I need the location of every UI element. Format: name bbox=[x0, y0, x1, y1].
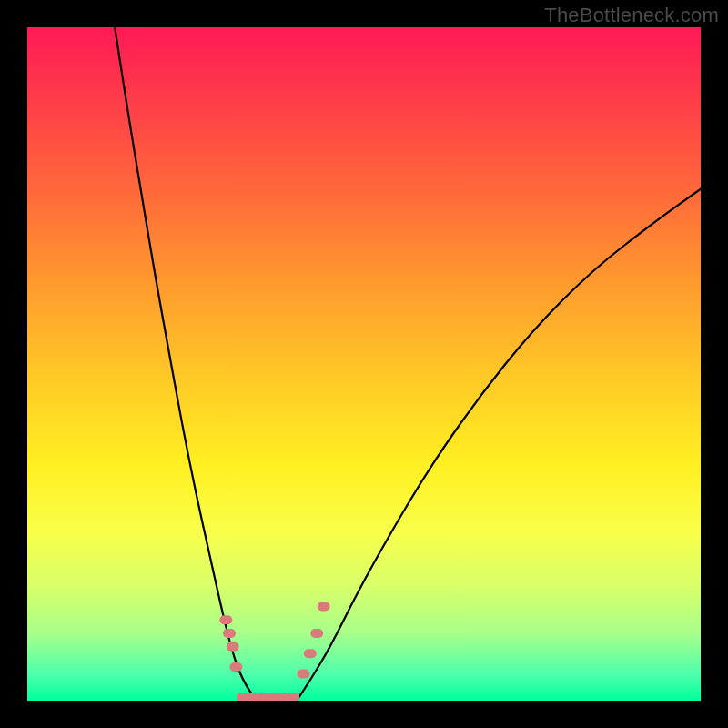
watermark-text: TheBottleneck.com bbox=[544, 4, 719, 27]
marker-right-cluster bbox=[304, 649, 317, 658]
marker-left-cluster bbox=[227, 642, 239, 652]
marker-left-cluster bbox=[219, 615, 232, 624]
marker-right-cluster bbox=[310, 629, 323, 638]
marker-left-cluster bbox=[223, 629, 236, 638]
chart-frame: TheBottleneck.com bbox=[0, 0, 728, 728]
marker-right-cluster bbox=[318, 602, 330, 611]
series-right-curve bbox=[297, 189, 701, 701]
curve-layer bbox=[27, 27, 701, 701]
marker-right-cluster bbox=[297, 669, 309, 678]
series-left-curve bbox=[115, 27, 256, 701]
marker-left-cluster bbox=[229, 662, 242, 672]
marker-bottom-cluster bbox=[287, 693, 299, 701]
plot-area bbox=[27, 27, 701, 701]
